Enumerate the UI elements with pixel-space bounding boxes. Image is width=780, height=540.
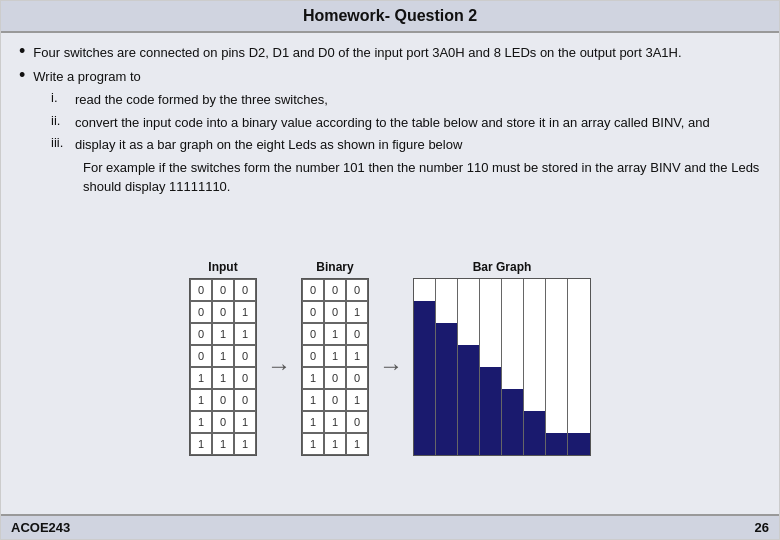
grid-cell: 1 — [324, 323, 346, 345]
sub-item-iii: iii. display it as a bar graph on the ei… — [51, 135, 761, 155]
bargraph-table-section: Bar Graph — [413, 260, 591, 456]
grid-cell: 1 — [302, 367, 324, 389]
sub-text-i: read the code formed by the three switch… — [75, 90, 328, 110]
bar-cell — [524, 389, 546, 411]
grid-cell: 0 — [234, 345, 256, 367]
footer-left: ACOE243 — [11, 520, 70, 535]
grid-cell: 0 — [190, 301, 212, 323]
bar-cell — [480, 345, 502, 367]
bar-cell — [524, 345, 546, 367]
grid-cell: 0 — [346, 411, 368, 433]
bar-cell — [524, 367, 546, 389]
binary-table-section: Binary 000001010011100101110111 — [301, 260, 369, 456]
grid-cell: 0 — [324, 301, 346, 323]
bar-cell — [458, 301, 480, 323]
bar-cell — [568, 433, 590, 455]
grid-cell: 0 — [212, 279, 234, 301]
bar-cell — [568, 411, 590, 433]
binary-table: 000001010011100101110111 — [301, 278, 369, 456]
content-area: • Four switches are connected on pins D2… — [1, 33, 779, 514]
grid-cell: 1 — [234, 411, 256, 433]
diagram-area: Input 000001011010110100101111 → Binary … — [19, 207, 761, 510]
page-title: Homework- Question 2 — [303, 7, 477, 24]
grid-cell: 1 — [302, 433, 324, 455]
grid-cell: 1 — [346, 301, 368, 323]
bullet-dot-1: • — [19, 41, 25, 62]
grid-cell: 0 — [302, 345, 324, 367]
sub-text-iii: display it as a bar graph on the eight L… — [75, 135, 462, 155]
bar-cell — [458, 389, 480, 411]
bar-cell — [524, 279, 546, 301]
bar-row — [414, 433, 590, 455]
bar-cell — [568, 389, 590, 411]
bar-cell — [546, 301, 568, 323]
sub-num-i: i. — [51, 90, 75, 105]
bar-cell — [502, 433, 524, 455]
bar-cell — [480, 433, 502, 455]
bar-cell — [502, 345, 524, 367]
table-row: 011 — [190, 323, 256, 345]
bar-cell — [458, 323, 480, 345]
grid-cell: 1 — [212, 323, 234, 345]
bar-row — [414, 301, 590, 323]
input-table-section: Input 000001011010110100101111 — [189, 260, 257, 456]
bar-cell — [436, 345, 458, 367]
grid-cell: 1 — [346, 345, 368, 367]
grid-cell: 0 — [346, 323, 368, 345]
bar-cell — [436, 367, 458, 389]
grid-cell: 1 — [346, 389, 368, 411]
table-row: 010 — [302, 323, 368, 345]
bar-cell — [458, 433, 480, 455]
grid-cell: 0 — [324, 389, 346, 411]
grid-cell: 1 — [324, 433, 346, 455]
table-row: 001 — [190, 301, 256, 323]
grid-cell: 0 — [302, 301, 324, 323]
bar-cell — [524, 411, 546, 433]
arrow-2: → — [379, 352, 403, 380]
bar-cell — [568, 345, 590, 367]
bar-cell — [458, 367, 480, 389]
bullet-text-1: Four switches are connected on pins D2, … — [33, 43, 681, 63]
grid-cell: 0 — [190, 279, 212, 301]
bar-cell — [502, 279, 524, 301]
bar-cell — [480, 301, 502, 323]
bar-cell — [436, 389, 458, 411]
sub-item-i: i. read the code formed by the three swi… — [51, 90, 761, 110]
bar-cell — [414, 389, 436, 411]
bar-row — [414, 323, 590, 345]
input-table: 000001011010110100101111 — [189, 278, 257, 456]
page: Homework- Question 2 • Four switches are… — [0, 0, 780, 540]
bar-row — [414, 367, 590, 389]
example-text: For example if the switches form the num… — [83, 158, 761, 197]
bar-cell — [458, 345, 480, 367]
grid-cell: 1 — [190, 433, 212, 455]
footer: ACOE243 26 — [1, 514, 779, 539]
table-row: 110 — [190, 367, 256, 389]
grid-cell: 1 — [324, 411, 346, 433]
bar-cell — [502, 389, 524, 411]
table-row: 111 — [190, 433, 256, 455]
bargraph-table — [413, 278, 591, 456]
table-row: 011 — [302, 345, 368, 367]
bar-cell — [546, 279, 568, 301]
grid-cell: 1 — [302, 389, 324, 411]
bar-cell — [546, 367, 568, 389]
grid-cell: 0 — [234, 279, 256, 301]
bar-row — [414, 279, 590, 301]
bar-cell — [414, 411, 436, 433]
bullet-dot-2: • — [19, 65, 25, 86]
binary-label: Binary — [316, 260, 353, 274]
bar-cell — [524, 433, 546, 455]
bar-cell — [568, 367, 590, 389]
grid-cell: 0 — [346, 279, 368, 301]
grid-cell: 0 — [302, 323, 324, 345]
bar-cell — [436, 279, 458, 301]
grid-cell: 1 — [234, 323, 256, 345]
bar-cell — [436, 411, 458, 433]
grid-cell: 0 — [212, 301, 234, 323]
bar-cell — [502, 323, 524, 345]
grid-cell: 0 — [190, 345, 212, 367]
table-row: 100 — [302, 367, 368, 389]
bar-cell — [480, 279, 502, 301]
bar-cell — [436, 301, 458, 323]
